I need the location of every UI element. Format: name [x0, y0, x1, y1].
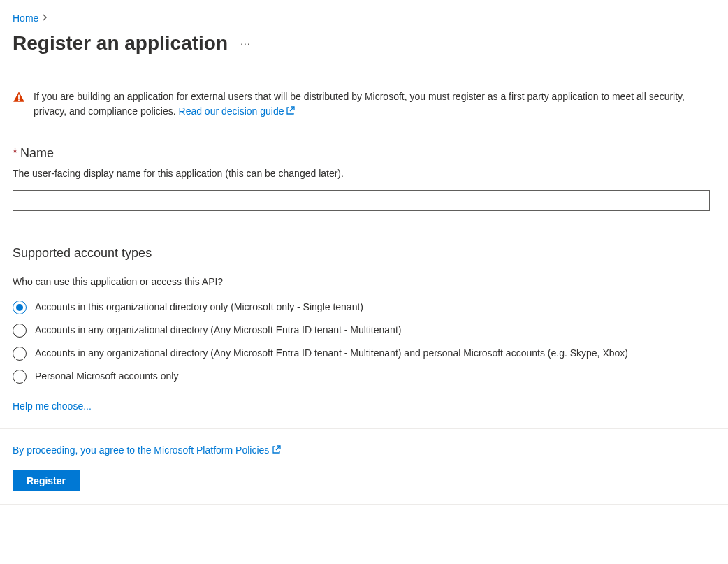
svg-rect-1 — [18, 99, 20, 101]
footer: By proceeding, you agree to the Microsof… — [0, 428, 728, 505]
warning-banner: If you are building an application for e… — [13, 89, 715, 120]
platform-policies-link[interactable]: By proceeding, you agree to the Microsof… — [13, 444, 282, 456]
name-field-label: * Name — [13, 146, 715, 161]
radio-icon — [13, 370, 27, 384]
register-button[interactable]: Register — [13, 470, 80, 491]
breadcrumb-home-link[interactable]: Home — [13, 13, 38, 24]
title-row: Register an application ··· — [13, 32, 715, 55]
account-types-radio-group: Accounts in this organizational director… — [13, 300, 715, 384]
decision-guide-link[interactable]: Read our decision guide — [179, 106, 296, 117]
radio-label: Accounts in any organizational directory… — [35, 323, 401, 338]
chevron-right-icon — [43, 13, 48, 23]
help-me-choose-link[interactable]: Help me choose... — [13, 400, 92, 412]
account-type-option-multitenant-personal[interactable]: Accounts in any organizational directory… — [13, 346, 715, 361]
page-title: Register an application — [13, 32, 228, 55]
account-type-option-single-tenant[interactable]: Accounts in this organizational director… — [13, 300, 715, 314]
name-input[interactable] — [13, 190, 710, 211]
name-label-text: Name — [20, 146, 54, 161]
radio-icon — [13, 324, 27, 338]
external-link-icon — [286, 105, 296, 120]
warning-text: If you are building an application for e… — [34, 89, 701, 120]
external-link-icon — [272, 444, 282, 456]
required-indicator: * — [13, 146, 17, 161]
radio-icon — [13, 301, 27, 314]
account-type-option-multitenant[interactable]: Accounts in any organizational directory… — [13, 323, 715, 338]
radio-label: Accounts in this organizational director… — [35, 300, 363, 314]
breadcrumb: Home — [13, 13, 715, 24]
more-button[interactable]: ··· — [238, 35, 254, 52]
radio-icon — [13, 347, 27, 361]
account-types-sub: Who can use this application or access t… — [13, 276, 715, 287]
radio-label: Personal Microsoft accounts only — [35, 369, 178, 384]
name-field-help: The user-facing display name for this ap… — [13, 168, 715, 179]
account-types-heading: Supported account types — [13, 246, 715, 261]
warning-message: If you are building an application for e… — [34, 91, 685, 117]
svg-rect-0 — [18, 95, 20, 99]
policies-link-text: By proceeding, you agree to the Microsof… — [13, 444, 269, 456]
account-type-option-personal[interactable]: Personal Microsoft accounts only — [13, 369, 715, 384]
warning-icon — [13, 91, 25, 106]
radio-label: Accounts in any organizational directory… — [35, 346, 628, 361]
